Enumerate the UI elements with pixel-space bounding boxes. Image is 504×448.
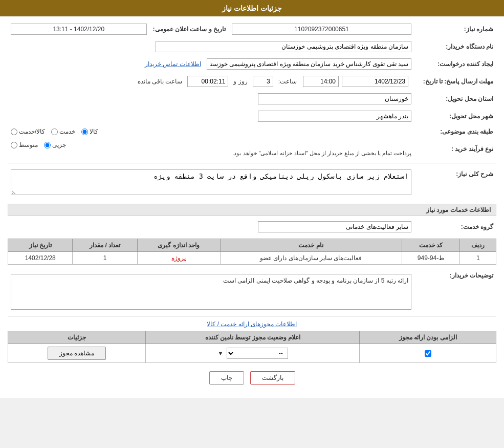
col-service-name: نام خدمت: [220, 239, 402, 252]
license-row: -- ▼ مشاهده مجوز: [8, 344, 496, 363]
radio-jozi-input[interactable]: [44, 142, 51, 148]
general-desc-textarea[interactable]: [11, 169, 411, 195]
radio-kala-khedmat-input[interactable]: [11, 129, 17, 135]
service-group-input[interactable]: [258, 221, 411, 232]
deadline-time-input[interactable]: [303, 76, 339, 87]
print-button[interactable]: چاپ: [209, 371, 244, 385]
city-value-cell: [8, 109, 414, 124]
purchase-note: پرداخت تمام یا بخشی از مبلغ خریدار از مح…: [11, 150, 411, 157]
service-group-value-cell: [8, 219, 414, 234]
deadline-days-input[interactable]: [253, 76, 273, 87]
license-details-cell: مشاهده مجوز: [8, 344, 146, 363]
page-title: جزئیات اطلاعات نیاز: [222, 4, 282, 12]
deadline-remaining-input[interactable]: [187, 76, 228, 87]
datetime-box: 1402/12/20 - 13:11: [11, 24, 147, 35]
license-col-status: اعلام وضعیت مجوز توسط نامین کننده: [146, 331, 360, 344]
province-input[interactable]: [258, 93, 411, 104]
license-section-link-container: اطلاعات مجوزهای ارائه خدمت / کالا: [8, 321, 496, 328]
license-table: الزامی بودن ارائه مجوز اعلام وضعیت مجوز …: [8, 331, 496, 363]
deadline-label: مهلت ارسال پاسخ: تا تاریخ:: [414, 74, 496, 89]
table-cell: پروژه: [137, 252, 220, 265]
purchase-type-label: نوع فرآیند خرید :: [414, 139, 496, 159]
buttons-row: بازگشت چاپ: [8, 371, 496, 385]
table-cell: 1402/12/28: [8, 252, 73, 265]
general-desc-value-cell: [8, 167, 414, 199]
table-cell: ط-94-949: [402, 252, 460, 265]
radio-khedmat-input[interactable]: [51, 129, 58, 135]
creator-input[interactable]: [207, 58, 411, 70]
buyer-notes-label: توضیحات خریدار:: [414, 269, 496, 312]
license-status-select[interactable]: --: [227, 348, 288, 359]
radio-kala-input[interactable]: [81, 129, 88, 135]
datetime-value-cell: 1402/12/20 - 13:11: [8, 22, 150, 37]
col-quantity: تعداد / مقدار: [73, 239, 137, 252]
table-row: 1ط-94-949فعالیت‌های سایر سازمان‌های دارا…: [8, 252, 496, 265]
city-label: شهر محل تحویل:: [414, 109, 496, 124]
purchase-type-value-cell: متوسط جزیی پرداخت تمام یا بخشی از مبلغ خ…: [8, 139, 414, 159]
license-col-required: الزامی بودن ارائه مجوز: [360, 331, 496, 344]
general-desc-label: شرح کلی نیاز:: [414, 167, 496, 199]
province-label: استان محل تحویل:: [414, 91, 496, 106]
datetime-label-cell: تاریخ و ساعت اعلان عمومی:: [150, 22, 229, 37]
radio-motavasset[interactable]: متوسط: [11, 141, 38, 148]
buyer-org-label: نام دستگاه خریدار:: [414, 39, 496, 54]
radio-jozi[interactable]: جزیی: [44, 141, 66, 148]
city-input[interactable]: [258, 111, 411, 122]
deadline-date-input[interactable]: [342, 76, 408, 87]
view-license-button[interactable]: مشاهده مجوز: [48, 347, 106, 360]
deadline-value-cell: ساعت باقی مانده روز و ساعت:: [8, 74, 414, 89]
table-cell: فعالیت‌های سایر سازمان‌های دارای عضو: [220, 252, 402, 265]
buyer-notes-text: ارائه رتبه 5 از سازمان برنامه و بودجه و …: [11, 274, 411, 310]
services-section-title: اطلاعات خدمات مورد نیاز: [8, 204, 496, 216]
chevron-down-icon: ▼: [217, 350, 224, 357]
radio-motavasset-input[interactable]: [11, 142, 17, 148]
license-required-checkbox[interactable]: [425, 350, 431, 357]
deadline-remaining-label: ساعت باقی مانده: [138, 78, 183, 85]
buyer-notes-value-cell: ارائه رتبه 5 از سازمان برنامه و بودجه و …: [8, 269, 414, 312]
radio-kala-label: کالا: [90, 128, 98, 135]
deadline-time-label: ساعت:: [278, 78, 297, 85]
radio-khedmat-label: خدمت: [59, 128, 75, 135]
radio-khedmat[interactable]: خدمت: [51, 128, 75, 135]
category-label: طبقه بندی موضوعی:: [414, 126, 496, 137]
contact-link[interactable]: اطلاعات تماس خریدار: [145, 60, 201, 68]
services-table: ردیف کد خدمت نام خدمت واحد اندازه گیری ت…: [8, 239, 496, 265]
radio-kala-khedmat-label: کالا/خدمت: [19, 128, 45, 135]
req-number-value-cell: 1102092372000651: [229, 22, 414, 37]
deadline-days-label: روز و: [233, 78, 247, 85]
radio-jozi-label: جزیی: [52, 141, 66, 148]
col-service-code: کد خدمت: [402, 239, 460, 252]
col-date: تاریخ نیاز: [8, 239, 73, 252]
datetime-label: تاریخ و ساعت اعلان عمومی:: [153, 26, 226, 33]
buyer-org-input[interactable]: [156, 41, 411, 52]
buyer-org-value-cell: [8, 39, 414, 54]
col-unit: واحد اندازه گیری: [137, 239, 220, 252]
col-row-num: ردیف: [460, 239, 496, 252]
req-number-label: شماره نیاز:: [414, 22, 496, 37]
radio-kala-khedmat[interactable]: کالا/خدمت: [11, 128, 45, 135]
license-section-link[interactable]: اطلاعات مجوزهای ارائه خدمت / کالا: [207, 321, 297, 328]
creator-label: ایجاد کننده درخواست:: [414, 56, 496, 72]
page-header: جزئیات اطلاعات نیاز: [0, 0, 504, 16]
license-status-cell: -- ▼: [146, 344, 360, 363]
license-required-cell: [360, 344, 496, 363]
table-cell: 1: [73, 252, 137, 265]
creator-value-cell: اطلاعات تماس خریدار: [8, 56, 414, 72]
req-number-box: 1102092372000651: [232, 24, 411, 35]
back-button[interactable]: بازگشت: [250, 371, 295, 385]
license-col-details: جزئیات: [8, 331, 146, 344]
province-value-cell: [8, 91, 414, 106]
table-cell: 1: [460, 252, 496, 265]
category-value-cell: کالا/خدمت خدمت کالا: [8, 126, 414, 137]
radio-motavasset-label: متوسط: [19, 141, 38, 148]
service-group-label: گروه خدمت:: [414, 219, 496, 234]
radio-kala[interactable]: کالا: [81, 128, 98, 135]
